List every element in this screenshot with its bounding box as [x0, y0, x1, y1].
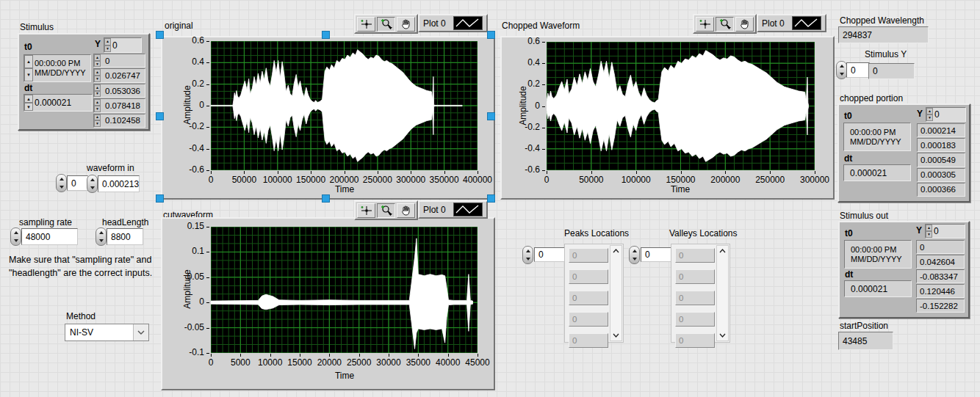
- zoom-tool-button[interactable]: [716, 17, 734, 32]
- cursor-tool-button[interactable]: [357, 17, 375, 32]
- peaks-index[interactable]: 0: [534, 247, 567, 262]
- peaks-index-spinner[interactable]: [522, 246, 533, 264]
- pan-tool-button[interactable]: [397, 17, 415, 32]
- plot-legend-chopped[interactable]: Plot 0: [757, 14, 826, 32]
- valleys-array: 00000: [675, 248, 715, 354]
- selection-handle[interactable]: [322, 31, 330, 39]
- array-element-value: 0: [569, 294, 577, 302]
- graph-original-plot-area[interactable]: [211, 41, 478, 170]
- chopped-portion-element: 0.000366: [917, 183, 965, 197]
- y-tick-label: 0.05: [162, 272, 204, 282]
- y-index-field[interactable]: ▲▼ 0: [925, 224, 965, 238]
- waveform-in-index-spinner[interactable]: [56, 174, 67, 192]
- peaks-element: 0: [569, 248, 608, 263]
- plot-legend-cut[interactable]: Plot 0: [418, 200, 488, 219]
- scroll-up-icon[interactable]: [717, 246, 728, 256]
- method-dropdown[interactable]: NI-SV: [65, 324, 149, 341]
- scroll-down-icon[interactable]: [610, 330, 621, 340]
- element-spinner[interactable]: ▲▼: [94, 69, 101, 81]
- stimulus-out-element: 0.042604: [916, 255, 965, 269]
- stimulus-y-index-spinner[interactable]: [836, 61, 847, 79]
- headlength-spinner[interactable]: [96, 227, 107, 246]
- y-index-value: 0: [934, 109, 940, 120]
- stimulus-y-element[interactable]: ▲▼0: [93, 54, 145, 68]
- array-element-value: 0.120446: [917, 287, 955, 296]
- dt-value: 0.000021: [844, 168, 887, 178]
- scroll-up-icon[interactable]: [610, 246, 621, 256]
- x-tick-label: 0: [525, 175, 569, 185]
- chopped-portion-array: 0.0002140.0001830.0005490.0003050.000366: [917, 123, 965, 197]
- scroll-down-icon[interactable]: [717, 330, 728, 340]
- t0-date: MM/DD/YYYY: [35, 68, 86, 77]
- dt-field[interactable]: ▲▼ 0.000021: [24, 94, 93, 112]
- stimulus-y-index[interactable]: 0: [846, 62, 870, 78]
- chevron-down-icon[interactable]: [133, 324, 148, 340]
- y-index-spinner[interactable]: ▲▼: [104, 38, 111, 52]
- waveform-in-index[interactable]: 0: [67, 175, 88, 191]
- y-index-field[interactable]: ▲▼ 0: [104, 37, 142, 53]
- selection-handle[interactable]: [156, 194, 164, 203]
- selection-handle[interactable]: [487, 112, 495, 120]
- dt-value: 0.000021: [845, 284, 887, 294]
- t0-field[interactable]: ▲▼ 00:00:00 PM MM/DD/YYYY: [24, 54, 91, 82]
- valleys-scrollbar[interactable]: [716, 245, 729, 341]
- valleys-index-spinner[interactable]: [629, 246, 640, 264]
- dt-field: 0.000021: [843, 164, 911, 181]
- waveform-in-value-spinner[interactable]: [87, 175, 98, 193]
- y-index-spinner[interactable]: ▲▼: [926, 108, 933, 121]
- y-tick-label: -0.6: [502, 164, 540, 175]
- y-tick-label: -0.2: [502, 122, 540, 132]
- element-spinner[interactable]: ▲▼: [94, 54, 101, 67]
- chopped-portion-element: 0.000549: [917, 153, 965, 167]
- cursor-tool-button[interactable]: [696, 17, 714, 32]
- graph-cut-plot-area[interactable]: [211, 227, 478, 353]
- stimulus-y-element[interactable]: ▲▼0.102458: [93, 114, 145, 128]
- waveform-trace: [547, 51, 809, 162]
- pan-tool-button[interactable]: [735, 17, 754, 32]
- dt-spinner[interactable]: ▲▼: [24, 95, 33, 111]
- start-position-value: 43485: [838, 332, 893, 350]
- array-element-value: 0.000305: [918, 170, 956, 179]
- sampling-rate-spinner[interactable]: [10, 227, 21, 246]
- y-index-value: 0: [112, 40, 118, 51]
- valleys-index[interactable]: 0: [641, 247, 674, 262]
- sampling-rate-value[interactable]: 48000: [21, 228, 78, 245]
- cursor-tool-button[interactable]: [357, 203, 375, 218]
- element-spinner[interactable]: ▲▼: [94, 114, 101, 127]
- y-index-spinner[interactable]: ▲▼: [926, 225, 932, 238]
- waveform-in-label: waveform in: [87, 163, 134, 173]
- element-spinner[interactable]: ▲▼: [94, 99, 101, 112]
- t0-spinner[interactable]: ▲▼: [24, 55, 33, 81]
- array-element-value: 0: [676, 272, 683, 281]
- zoom-tool-button[interactable]: [377, 17, 395, 32]
- selection-handle[interactable]: [487, 31, 495, 39]
- stimulus-y-element[interactable]: ▲▼0.078418: [93, 98, 145, 112]
- y-index-field[interactable]: ▲▼ 0: [926, 107, 966, 122]
- pan-tool-button[interactable]: [397, 203, 415, 218]
- zoom-tool-button[interactable]: [377, 203, 395, 218]
- y-tick-label: -0.1: [162, 347, 204, 357]
- t0-field: 00:00:00 PM MM/DD/YYYY: [843, 123, 911, 151]
- plot-line-sample-icon: [792, 16, 821, 30]
- element-spinner[interactable]: ▲▼: [94, 84, 101, 97]
- headlength-value[interactable]: 8800: [107, 228, 143, 245]
- stimulus-out-element: 0.120446: [916, 284, 965, 298]
- stimulus-y-element[interactable]: ▲▼0.026747: [93, 68, 145, 82]
- valleys-element: 0: [675, 291, 715, 305]
- selection-handle[interactable]: [322, 194, 330, 203]
- dt-label: dt: [845, 269, 853, 280]
- stimulus-y-element[interactable]: ▲▼0.053036: [93, 84, 145, 98]
- peaks-scrollbar[interactable]: [610, 245, 622, 341]
- graph-chopped-plot-area[interactable]: [547, 42, 815, 170]
- selection-handle[interactable]: [156, 112, 164, 120]
- valleys-element: 0: [675, 269, 715, 284]
- selection-handle[interactable]: [156, 31, 164, 39]
- array-element-value: 0: [569, 251, 577, 260]
- chopped-portion-cluster: t0 00:00:00 PM MM/DD/YYYY dt 0.000021 Y …: [837, 103, 970, 203]
- array-element-value: 0.000366: [918, 185, 956, 194]
- stimulus-out-array: 00.042604-0.0833470.120446-0.152282: [916, 240, 965, 313]
- waveform-in-value[interactable]: 0.000213: [98, 175, 140, 192]
- selection-handle[interactable]: [487, 194, 495, 203]
- plot-legend-original[interactable]: Plot 0: [418, 14, 488, 32]
- chopped-wavelength-label: Chopped Wavelength: [840, 15, 924, 26]
